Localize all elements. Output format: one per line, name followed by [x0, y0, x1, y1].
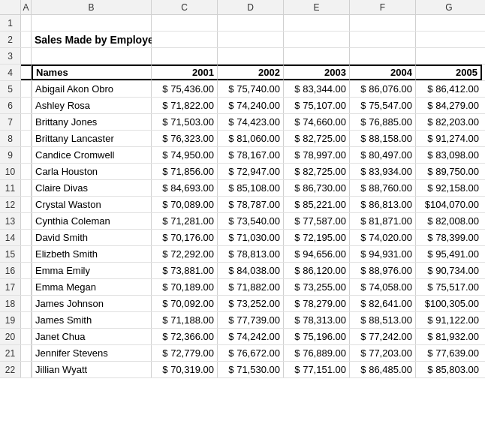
cell-b-1[interactable]: [32, 15, 152, 31]
cell-f-5[interactable]: $ 86,076.00: [350, 81, 416, 97]
cell-c-7[interactable]: $ 71,503.00: [152, 114, 218, 130]
cell-c-15[interactable]: $ 72,292.00: [152, 246, 218, 262]
cell-c-2[interactable]: [152, 32, 218, 47]
cell-a-2[interactable]: [21, 32, 32, 47]
cell-c-13[interactable]: $ 71,281.00: [152, 213, 218, 229]
cell-f-15[interactable]: $ 94,931.00: [350, 246, 416, 262]
cell-c-10[interactable]: $ 71,856.00: [152, 164, 218, 179]
cell-b-10[interactable]: Carla Houston: [32, 164, 152, 179]
cell-g-19[interactable]: $ 91,122.00: [416, 312, 482, 328]
cell-b-3[interactable]: [32, 48, 152, 64]
cell-c-20[interactable]: $ 72,366.00: [152, 329, 218, 344]
cell-e-6[interactable]: $ 75,107.00: [284, 98, 350, 113]
cell-b-19[interactable]: James Smith: [32, 312, 152, 328]
cell-f-11[interactable]: $ 88,760.00: [350, 180, 416, 196]
cell-d-21[interactable]: $ 76,672.00: [218, 345, 284, 361]
cell-d-7[interactable]: $ 74,423.00: [218, 114, 284, 130]
cell-e-9[interactable]: $ 78,997.00: [284, 147, 350, 163]
cell-d-1[interactable]: [218, 15, 284, 31]
cell-a-3[interactable]: [21, 48, 32, 64]
cell-f-16[interactable]: $ 88,976.00: [350, 263, 416, 278]
cell-e-10[interactable]: $ 82,725.00: [284, 164, 350, 179]
cell-e-1[interactable]: [284, 15, 350, 31]
cell-c-9[interactable]: $ 74,950.00: [152, 147, 218, 163]
cell-a-13[interactable]: [21, 213, 32, 229]
cell-f-20[interactable]: $ 77,242.00: [350, 329, 416, 344]
cell-g-5[interactable]: $ 86,412.00: [416, 81, 482, 97]
cell-f-13[interactable]: $ 81,871.00: [350, 213, 416, 229]
cell-d-10[interactable]: $ 72,947.00: [218, 164, 284, 179]
cell-a-11[interactable]: [21, 180, 32, 196]
cell-b-13[interactable]: Cynthia Coleman: [32, 213, 152, 229]
cell-b-9[interactable]: Candice Cromwell: [32, 147, 152, 163]
cell-f-4[interactable]: 2004: [350, 65, 416, 80]
cell-a-20[interactable]: [21, 329, 32, 344]
cell-a-22[interactable]: [21, 362, 32, 377]
cell-c-11[interactable]: $ 84,693.00: [152, 180, 218, 196]
cell-g-8[interactable]: $ 91,274.00: [416, 131, 482, 146]
cell-a-14[interactable]: [21, 230, 32, 245]
cell-g-15[interactable]: $ 95,491.00: [416, 246, 482, 262]
cell-f-17[interactable]: $ 74,058.00: [350, 279, 416, 295]
cell-a-21[interactable]: [21, 345, 32, 361]
cell-c-5[interactable]: $ 75,436.00: [152, 81, 218, 97]
cell-g-1[interactable]: [416, 15, 482, 31]
cell-c-21[interactable]: $ 72,779.00: [152, 345, 218, 361]
cell-g-10[interactable]: $ 89,750.00: [416, 164, 482, 179]
cell-d-14[interactable]: $ 71,030.00: [218, 230, 284, 245]
cell-g-6[interactable]: $ 84,279.00: [416, 98, 482, 113]
cell-g-22[interactable]: $ 85,803.00: [416, 362, 482, 377]
cell-e-8[interactable]: $ 82,725.00: [284, 131, 350, 146]
cell-d-8[interactable]: $ 81,060.00: [218, 131, 284, 146]
cell-g-16[interactable]: $ 90,734.00: [416, 263, 482, 278]
cell-d-15[interactable]: $ 78,813.00: [218, 246, 284, 262]
cell-b-8[interactable]: Brittany Lancaster: [32, 131, 152, 146]
cell-f-14[interactable]: $ 74,020.00: [350, 230, 416, 245]
cell-f-10[interactable]: $ 83,934.00: [350, 164, 416, 179]
cell-b-2[interactable]: Sales Made by Employees in 2001-2021: [32, 32, 152, 47]
cell-d-4[interactable]: 2002: [218, 65, 284, 80]
cell-a-4[interactable]: [21, 65, 32, 80]
cell-a-19[interactable]: [21, 312, 32, 328]
cell-a-9[interactable]: [21, 147, 32, 163]
cell-e-4[interactable]: 2003: [284, 65, 350, 80]
cell-f-6[interactable]: $ 75,547.00: [350, 98, 416, 113]
cell-f-21[interactable]: $ 77,203.00: [350, 345, 416, 361]
cell-d-2[interactable]: [218, 32, 284, 47]
cell-g-3[interactable]: [416, 48, 482, 64]
cell-e-15[interactable]: $ 94,656.00: [284, 246, 350, 262]
cell-d-3[interactable]: [218, 48, 284, 64]
cell-d-5[interactable]: $ 75,740.00: [218, 81, 284, 97]
cell-g-18[interactable]: $100,305.00: [416, 296, 482, 311]
cell-g-9[interactable]: $ 83,098.00: [416, 147, 482, 163]
cell-f-1[interactable]: [350, 15, 416, 31]
cell-g-21[interactable]: $ 77,639.00: [416, 345, 482, 361]
cell-b-7[interactable]: Brittany Jones: [32, 114, 152, 130]
cell-c-8[interactable]: $ 76,323.00: [152, 131, 218, 146]
cell-e-5[interactable]: $ 83,344.00: [284, 81, 350, 97]
cell-f-7[interactable]: $ 76,885.00: [350, 114, 416, 130]
cell-c-4[interactable]: 2001: [152, 65, 218, 80]
cell-f-22[interactable]: $ 86,485.00: [350, 362, 416, 377]
cell-g-14[interactable]: $ 78,399.00: [416, 230, 482, 245]
cell-b-22[interactable]: Jillian Wyatt: [32, 362, 152, 377]
cell-d-12[interactable]: $ 78,787.00: [218, 197, 284, 212]
cell-a-7[interactable]: [21, 114, 32, 130]
cell-g-11[interactable]: $ 92,158.00: [416, 180, 482, 196]
cell-e-14[interactable]: $ 72,195.00: [284, 230, 350, 245]
cell-f-19[interactable]: $ 88,513.00: [350, 312, 416, 328]
cell-b-16[interactable]: Emma Emily: [32, 263, 152, 278]
cell-e-17[interactable]: $ 73,255.00: [284, 279, 350, 295]
cell-f-18[interactable]: $ 82,641.00: [350, 296, 416, 311]
cell-a-12[interactable]: [21, 197, 32, 212]
cell-c-12[interactable]: $ 70,089.00: [152, 197, 218, 212]
cell-c-19[interactable]: $ 71,188.00: [152, 312, 218, 328]
cell-d-16[interactable]: $ 84,038.00: [218, 263, 284, 278]
cell-a-10[interactable]: [21, 164, 32, 179]
cell-b-20[interactable]: Janet Chua: [32, 329, 152, 344]
cell-b-14[interactable]: David Smith: [32, 230, 152, 245]
cell-f-2[interactable]: [350, 32, 416, 47]
cell-b-4[interactable]: Names: [32, 65, 152, 80]
cell-g-7[interactable]: $ 82,203.00: [416, 114, 482, 130]
cell-d-19[interactable]: $ 77,739.00: [218, 312, 284, 328]
